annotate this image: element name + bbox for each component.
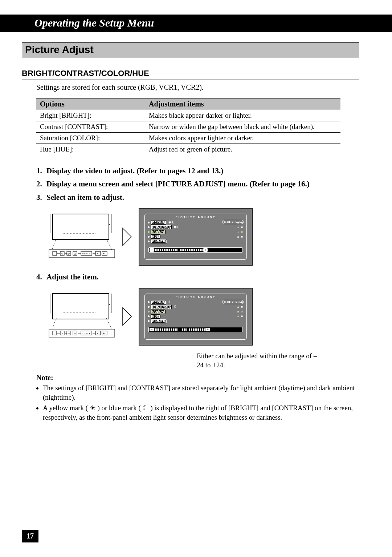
svg-text:V: V (61, 332, 63, 335)
osd-sel-hint: ◆◀▶S E L (222, 300, 244, 304)
section-bar: Picture Adjust (22, 42, 359, 58)
table-header-options: Options (36, 98, 145, 110)
svg-text:▼ VOL ▲: ▼ VOL ▲ (82, 332, 90, 334)
svg-text:SP: SP (68, 332, 70, 335)
svg-text:◂: ◂ (97, 252, 98, 255)
table-row: Contrast [CONTRAST]:Narrow or widen the … (36, 121, 340, 133)
svg-text:V: V (61, 253, 63, 255)
svg-marker-47 (123, 308, 131, 325)
osd-screen-2: PICTURE ADJUST ◆◀▶S E L BRIGHT☾± 0CONTRA… (139, 288, 253, 346)
svg-rect-3 (109, 224, 110, 225)
svg-text:W: W (74, 253, 76, 255)
arrow-icon (122, 307, 132, 326)
table-row: Bright [BRIGHT]:Makes black appear darke… (36, 110, 340, 121)
device-illustration: V SP W ▼ VOL ▲ ◂ ▸ (48, 213, 115, 261)
figure-row-1: V SP W ▼ VOL ▲ ◂ ▸ PICTURE (48, 208, 359, 266)
arrow-icon (122, 227, 132, 246)
range-caption: Either can be adjusted within the range … (197, 351, 320, 370)
osd-title: PICTURE ADJUST (145, 294, 246, 300)
note-heading: Note: (36, 374, 359, 382)
svg-rect-6 (53, 251, 57, 255)
step-3: Select an item to adjust. V SP W (36, 192, 359, 266)
figure-row-2: V SP W ▼ VOL ▲ ◂ ▸ PICTURE (48, 288, 359, 346)
svg-marker-23 (123, 228, 131, 246)
note-item: The settings of [BRIGHT] and [CONTRAST] … (43, 383, 359, 402)
svg-rect-0 (53, 214, 109, 239)
notes-list: The settings of [BRIGHT] and [CONTRAST] … (36, 383, 359, 422)
svg-rect-24 (53, 294, 109, 319)
svg-text:▸: ▸ (103, 332, 105, 335)
section-title: Picture Adjust (25, 44, 356, 56)
table-row: Saturation [COLOR]:Makes colors appear l… (36, 133, 340, 144)
step-2: Display a menu screen and select [PICTUR… (36, 178, 359, 189)
step-4: Adjust the item. V SP W (36, 271, 359, 370)
svg-rect-27 (109, 304, 110, 305)
subsection-heading: BRIGHT/CONTRAST/COLOR/HUE (22, 69, 359, 80)
svg-text:SP: SP (68, 253, 70, 255)
note-item: A yellow mark ( ☀ ) or blue mark ( ☾ ) i… (43, 403, 359, 422)
chapter-title: Operating the Setup Menu (34, 17, 370, 29)
intro-text: Settings are stored for each source (RGB… (36, 83, 359, 92)
osd-slider: −+ (148, 247, 243, 253)
osd-screen-1: PICTURE ADJUST ◆◀▶S E L BRIGHT✱☾± 0CONTR… (139, 208, 253, 266)
svg-text:◂: ◂ (97, 332, 98, 335)
chapter-title-band: Operating the Setup Menu (0, 15, 392, 32)
page-number: 17 (22, 530, 38, 542)
osd-sel-hint: ◆◀▶S E L (222, 220, 244, 224)
osd-slider: −+ (148, 327, 243, 332)
table-row: Hue [HUE]:Adjust red or green of picture… (36, 144, 340, 155)
svg-text:W: W (74, 332, 76, 335)
table-header-adjustment: Adjustment items (145, 98, 340, 110)
device-illustration: V SP W ▼ VOL ▲ ◂ ▸ (48, 293, 115, 340)
options-table: Options Adjustment items Bright [BRIGHT]… (36, 98, 340, 155)
osd-title: PICTURE ADJUST (145, 214, 246, 220)
svg-rect-30 (53, 331, 57, 335)
svg-text:▸: ▸ (103, 252, 105, 255)
step-1: Display the video to adjust. (Refer to p… (36, 165, 359, 176)
svg-text:▼ VOL ▲: ▼ VOL ▲ (82, 253, 90, 255)
steps-list: Display the video to adjust. (Refer to p… (36, 165, 359, 370)
